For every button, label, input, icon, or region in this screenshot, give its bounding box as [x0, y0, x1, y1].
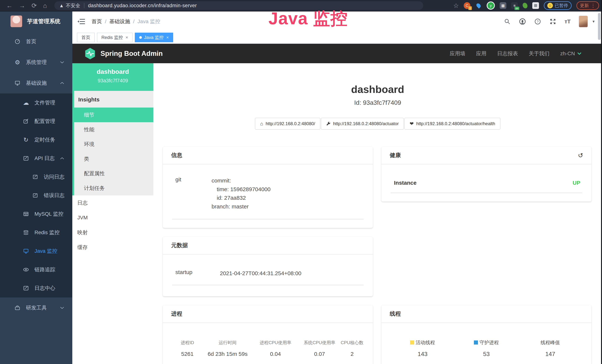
extension-pin-icon[interactable]: [475, 2, 482, 9]
sidebar-item-home[interactable]: 首页: [0, 31, 72, 52]
health-url-link[interactable]: ❤ http://192.168.0.2:48080/actuator/heal…: [404, 118, 500, 130]
sba-insights-group: Insights 细节 性能 环境 类 配置属性 计划任务: [72, 91, 153, 195]
scrollbar-thumb[interactable]: [598, 13, 601, 40]
layers-icon: [22, 230, 30, 235]
sba-nav-about[interactable]: 关于我们: [529, 50, 549, 57]
metadata-row-startup: startup 2021-04-27T00:44:31.254+08:00: [172, 268, 364, 285]
sba-language-select[interactable]: zh-CN: [560, 51, 582, 57]
chrome-update-button[interactable]: 更新 ⋮: [576, 1, 599, 10]
sba-instance-card[interactable]: dashboard 93a3fc7f7409: [72, 63, 153, 91]
sba-nav-wall[interactable]: 应用墙: [450, 50, 465, 57]
sidebar-item-file[interactable]: ☁ 文件管理: [0, 94, 72, 112]
app-logo-title: 芋道管理系统: [27, 18, 60, 25]
health-row-instance[interactable]: Instance UP: [391, 179, 582, 193]
sba-item-jvm[interactable]: JVM: [72, 210, 153, 225]
info-value: commit: time: 1596289704000 id: 27aa832 …: [212, 176, 270, 211]
user-avatar[interactable]: [579, 16, 588, 27]
sidebar-fold-icon[interactable]: [77, 18, 85, 25]
sidebar-item-errorlog[interactable]: 错误日志: [0, 186, 72, 205]
back-icon[interactable]: ←: [6, 0, 13, 11]
sba-item-mappings[interactable]: 映射: [72, 225, 153, 240]
sba-content: dashboard Id: 93a3fc7f7409 ⌂ http://192.…: [153, 63, 602, 364]
profile-emoji-icon: ☺: [547, 3, 553, 8]
security-warning[interactable]: ▲ 不安全: [59, 2, 80, 9]
sba-item-scheduledtasks[interactable]: 计划任务: [74, 181, 153, 195]
status-badge: UP: [572, 180, 580, 186]
database-table-icon: [22, 211, 30, 217]
sidebar-item-accesslog[interactable]: 访问日志: [0, 168, 72, 186]
search-icon[interactable]: [504, 18, 511, 25]
process-values: 5261 6d 23h 15m 59s 0.04 0.07 2: [172, 346, 364, 357]
breadcrumb: 首页 / 基础设施 / Java 监控: [92, 18, 160, 25]
browser-menu-icon[interactable]: ⋮: [591, 3, 595, 9]
chevron-up-icon: [60, 157, 64, 160]
sidebar-item-apilog[interactable]: API 日志: [0, 149, 72, 168]
fullscreen-icon[interactable]: [549, 18, 556, 25]
sba-item-caches[interactable]: 缓存: [72, 240, 153, 255]
tab-redis[interactable]: Redis 监控×: [97, 33, 133, 42]
threads-card-title: 线程: [390, 310, 401, 318]
address-bar[interactable]: ▲ 不安全 dashboard.yudao.iocoder.cn/infra/a…: [54, 1, 423, 10]
bookmark-star-icon[interactable]: ☆: [453, 0, 459, 11]
reload-icon[interactable]: ⟳: [32, 0, 37, 11]
sba-item-metrics[interactable]: 性能: [74, 122, 153, 137]
health-card-title: 健康: [390, 151, 401, 159]
sidebar-item-job[interactable]: ↻ 定时任务: [0, 130, 72, 149]
sba-item-configprops[interactable]: 配置属性: [74, 166, 153, 181]
tab-close-icon[interactable]: ×: [166, 35, 169, 40]
sba-instance-id: 93a3fc7f7409: [72, 78, 153, 84]
help-icon[interactable]: ?: [534, 18, 541, 25]
avatar-caret-icon[interactable]: ▾: [592, 19, 595, 24]
sba-item-environment[interactable]: 环境: [74, 137, 153, 151]
chevron-down-icon: [60, 307, 64, 309]
font-size-icon[interactable]: ᴛT: [565, 18, 571, 25]
eye-icon: [22, 267, 30, 272]
tab-close-icon[interactable]: ×: [126, 35, 128, 40]
home-icon[interactable]: ⌂: [43, 0, 47, 11]
browser-toolbar: ← → ⟳ ⌂ ▲ 不安全 dashboard.yudao.iocoder.cn…: [0, 0, 602, 11]
actuator-url-link[interactable]: http://192.168.0.2:48080/actuator: [321, 118, 404, 130]
extensions-puzzle-icon[interactable]: [532, 2, 539, 9]
sidebar-item-redis[interactable]: Redis 监控: [0, 223, 72, 242]
url-text[interactable]: dashboard.yudao.iocoder.cn/infra/admin-s…: [88, 3, 197, 9]
browser-extensions: ☆ C1 y ▦ ≡on ☺ 已暂停 更新 ⋮: [453, 0, 599, 11]
sidebar-item-config[interactable]: 配置管理: [0, 112, 72, 130]
tab-home[interactable]: 首页: [77, 33, 95, 42]
profile-paused-badge[interactable]: ☺ 已暂停: [544, 1, 572, 10]
process-pid: 5261: [172, 351, 203, 357]
sidebar-item-logcenter[interactable]: 日志中心: [0, 279, 72, 298]
process-uptime: 6d 23h 15m 59s: [203, 351, 253, 357]
history-icon[interactable]: ↻: [578, 152, 583, 159]
process-headers: 进程ID 运行时间 进程CPU使用率 系统CPU使用率 CPU核心数: [172, 340, 364, 346]
sidebar-item-trace[interactable]: 链路追踪: [0, 260, 72, 279]
sidebar-item-devtools[interactable]: 研发工具: [0, 298, 72, 318]
breadcrumb-infra[interactable]: 基础设施: [109, 18, 130, 25]
github-icon[interactable]: [519, 18, 526, 25]
peak-threads-value: 147: [518, 351, 582, 357]
service-url-link[interactable]: ⌂ http://192.168.0.2:48080/: [255, 118, 320, 130]
tab-java[interactable]: Java 监控×: [135, 33, 173, 42]
breadcrumb-home[interactable]: 首页: [92, 18, 102, 25]
instance-id-subtitle: Id: 93a3fc7f7409: [153, 99, 602, 106]
extension-on-icon[interactable]: ≡on: [511, 2, 518, 9]
breadcrumb-current: Java 监控: [138, 18, 160, 25]
sidebar-item-system[interactable]: ⚙ 系统管理: [0, 52, 72, 73]
daemon-threads-value: 53: [454, 351, 518, 357]
sidebar-item-mysql[interactable]: MySQL 监控: [0, 205, 72, 223]
sba-item-classes[interactable]: 类: [74, 151, 153, 166]
sba-item-loggers[interactable]: 日志: [72, 195, 153, 210]
extension-icon-1[interactable]: C1: [464, 2, 470, 9]
sba-item-details[interactable]: 细节: [72, 107, 153, 122]
extension-grid-icon[interactable]: ▦: [500, 2, 506, 9]
app-logo[interactable]: 芋道管理系统: [0, 11, 72, 31]
cards-grid: 信息 git commit: time: 1596289704000 id: 2…: [163, 147, 591, 364]
extension-leaf-icon[interactable]: [523, 3, 527, 8]
sba-nav-apps[interactable]: 应用: [476, 50, 486, 57]
sba-nav-logs[interactable]: 日志报表: [497, 50, 518, 57]
sidebar-item-infra[interactable]: 基础设施: [0, 73, 72, 94]
forward-icon[interactable]: →: [19, 0, 25, 11]
sidebar-item-java[interactable]: Java 监控: [0, 242, 72, 260]
sba-brand[interactable]: Spring Boot Admin: [84, 47, 163, 60]
threads-card: 线程 活动线程 守护进程 线程峰值 143 53 147 140 120: [381, 305, 591, 364]
extension-icon-y[interactable]: y: [487, 1, 495, 10]
